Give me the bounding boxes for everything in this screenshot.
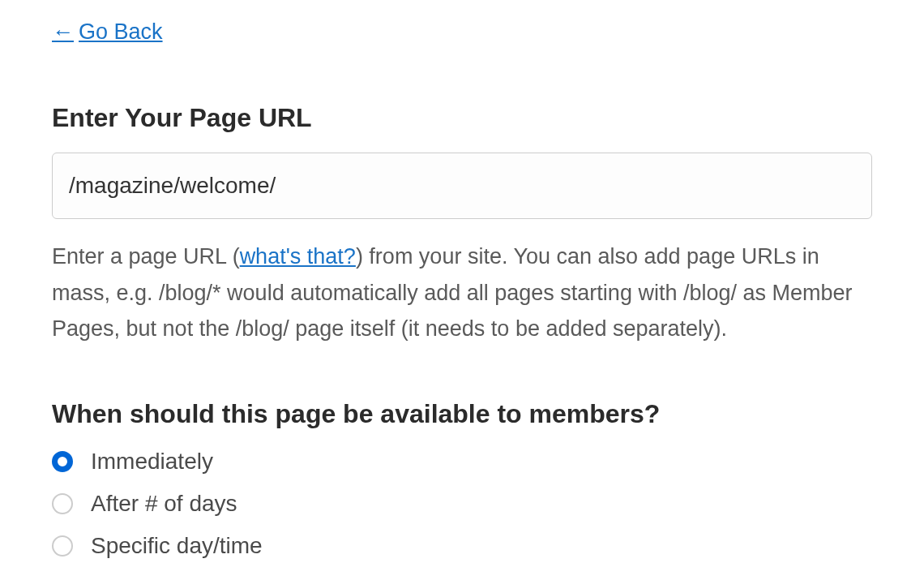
- radio-label: After # of days: [91, 491, 237, 517]
- page-url-input[interactable]: [52, 153, 872, 219]
- radio-label: Immediately: [91, 449, 213, 475]
- availability-section: When should this page be available to me…: [52, 399, 872, 559]
- availability-radio-group: Immediately After # of days Specific day…: [52, 449, 872, 559]
- radio-option-specific-daytime[interactable]: Specific day/time: [52, 533, 872, 559]
- url-heading: Enter Your Page URL: [52, 103, 872, 133]
- radio-circle-icon: [52, 451, 73, 472]
- helper-text-pre: Enter a page URL (: [52, 244, 240, 269]
- whats-that-link[interactable]: what's that?: [240, 244, 356, 269]
- radio-label: Specific day/time: [91, 533, 263, 559]
- availability-heading: When should this page be available to me…: [52, 399, 872, 429]
- go-back-link[interactable]: ← Go Back: [52, 19, 163, 45]
- go-back-label: Go Back: [79, 19, 163, 45]
- radio-circle-icon: [52, 493, 73, 514]
- url-helper-text: Enter a page URL (what's that?) from you…: [52, 239, 872, 347]
- arrow-left-icon: ←: [52, 19, 74, 45]
- radio-option-immediately[interactable]: Immediately: [52, 449, 872, 475]
- radio-option-after-days[interactable]: After # of days: [52, 491, 872, 517]
- url-section: Enter Your Page URL Enter a page URL (wh…: [52, 103, 872, 347]
- radio-circle-icon: [52, 535, 73, 557]
